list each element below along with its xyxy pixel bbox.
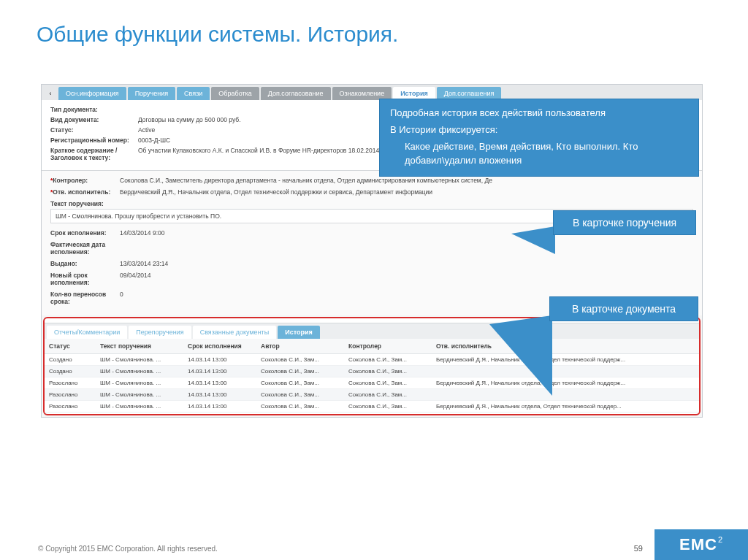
tab-processing[interactable]: Обработка bbox=[211, 87, 259, 100]
th-text[interactable]: Текст поручения bbox=[96, 339, 183, 354]
tab-approval[interactable]: Доп.согласование bbox=[261, 87, 331, 100]
table-cell: Создано bbox=[45, 354, 96, 366]
issued-value: 13/03/2014 23:14 bbox=[120, 260, 693, 267]
table-cell: ШМ - Смолянинова. ... bbox=[96, 389, 183, 401]
tab-main-info[interactable]: Осн.информация bbox=[58, 87, 126, 100]
table-cell: ШМ - Смолянинова. ... bbox=[96, 401, 183, 413]
tab-tasks[interactable]: Поручения bbox=[128, 87, 175, 100]
tab-bar: ‹ Осн.информация Поручения Связи Обработ… bbox=[42, 85, 702, 100]
table-cell: Бердичевский Д.Я., Начальник отдела, Отд… bbox=[432, 401, 699, 413]
table-cell: Соколова С.И., Зам... bbox=[256, 377, 344, 389]
table-cell: Соколова С.И., Зам... bbox=[256, 354, 344, 366]
table-cell: Бердичевский Д.Я., Начальник отдела, Отд… bbox=[432, 354, 699, 366]
table-cell: Разослано bbox=[45, 389, 96, 401]
table-cell: Создано bbox=[45, 366, 96, 377]
callout-main-line2: В Истории фиксируется: bbox=[390, 123, 688, 137]
subtab-reports[interactable]: Отчеты/Комментарии bbox=[47, 326, 127, 339]
table-row[interactable]: РазосланоШМ - Смолянинова. ...14.03.14 1… bbox=[45, 377, 699, 389]
th-author[interactable]: Автор bbox=[256, 339, 344, 354]
table-cell: Соколова С.И., Зам... bbox=[344, 389, 432, 401]
callout-task: В карточке поручения bbox=[553, 210, 696, 235]
table-cell: Разослано bbox=[45, 401, 96, 413]
table-cell: Соколова С.И., Зам... bbox=[256, 366, 344, 377]
callout-doc: В карточке документа bbox=[549, 296, 698, 321]
th-status[interactable]: Статус bbox=[45, 339, 96, 354]
table-cell: 14.03.14 13:00 bbox=[183, 389, 256, 401]
task-details: *Контролер: Соколова С.И., Заместитель д… bbox=[42, 170, 702, 315]
callout-task-tail bbox=[511, 226, 555, 254]
table-cell bbox=[432, 389, 699, 401]
tab-links[interactable]: Связи bbox=[177, 87, 210, 100]
th-executor[interactable]: Отв. исполнитель bbox=[432, 339, 699, 354]
table-cell: Соколова С.И., Зам... bbox=[344, 366, 432, 377]
table-cell: Бердичевский Д.Я., Начальник отдела, Отд… bbox=[432, 377, 699, 389]
task-text-label: Текст поручения: bbox=[50, 200, 120, 207]
slide-title: Общие функции системы. История. bbox=[0, 0, 748, 47]
table-cell: ШМ - Смолянинова. ... bbox=[96, 377, 183, 389]
status-value: Active bbox=[138, 126, 155, 134]
controller-value: Соколова С.И., Заместитель директора деп… bbox=[120, 177, 693, 184]
newdue-label: Новый срок исполнения: bbox=[50, 272, 120, 286]
regnum-value: 0003-Д-ШС bbox=[138, 137, 170, 144]
table-cell bbox=[432, 366, 699, 377]
sub-tab-bar: Отчеты/Комментарии Перепоручения Связанн… bbox=[45, 323, 699, 339]
executor-value: Бердичевский Д.Я., Начальник отдела, Отд… bbox=[120, 188, 693, 196]
due-label: Срок исполнения: bbox=[50, 229, 120, 237]
doc-type-label: Тип документа: bbox=[50, 106, 138, 113]
table-row[interactable]: СозданоШМ - Смолянинова. ...14.03.14 13:… bbox=[45, 366, 699, 377]
table-cell: 14.03.14 13:00 bbox=[183, 401, 256, 413]
table-cell: Соколова С.И., Зам... bbox=[344, 401, 432, 413]
actual-value bbox=[120, 241, 693, 256]
table-cell: 14.03.14 13:00 bbox=[183, 377, 256, 389]
table-cell: ШМ - Смолянинова. ... bbox=[96, 354, 183, 366]
subtab-delegations[interactable]: Перепоручения bbox=[129, 326, 191, 339]
actual-label: Фактическая дата исполнения: bbox=[50, 241, 120, 256]
page-number: 59 bbox=[634, 544, 654, 560]
newdue-value: 09/04/2014 bbox=[120, 272, 693, 286]
footer: © Copyright 2015 EMC Corporation. All ri… bbox=[0, 529, 748, 560]
th-due[interactable]: Срок исполнения bbox=[183, 339, 256, 354]
regnum-label: Регистрационный номер: bbox=[50, 137, 138, 144]
callout-doc-tail bbox=[489, 315, 552, 396]
subtab-history[interactable]: История bbox=[278, 326, 320, 339]
summary-label: Краткое содержание / Заголовок к тексту: bbox=[50, 147, 138, 161]
table-row[interactable]: СозданоШМ - Смолянинова. ...14.03.14 13:… bbox=[45, 354, 699, 366]
table-row[interactable]: РазосланоШМ - Смолянинова. ...14.03.14 1… bbox=[45, 389, 699, 401]
table-row[interactable]: РазосланоШМ - Смолянинова. ...14.03.14 1… bbox=[45, 401, 699, 413]
callout-main-line3: Какое действие, Время действия, Кто выпо… bbox=[390, 140, 688, 168]
table-header-row: Статус Текст поручения Срок исполнения А… bbox=[45, 339, 699, 354]
history-panel: Отчеты/Комментарии Перепоручения Связанн… bbox=[43, 317, 701, 415]
table-cell: Соколова С.И., Зам... bbox=[256, 401, 344, 413]
callout-main: Подробная история всех действий пользова… bbox=[379, 99, 699, 177]
table-cell: Соколова С.И., Зам... bbox=[344, 354, 432, 366]
history-table: Статус Текст поручения Срок исполнения А… bbox=[45, 339, 699, 413]
summary-value: Об участии Кулаковского А.К. и Спасской … bbox=[138, 147, 379, 161]
prev-tab-icon[interactable]: ‹ bbox=[44, 87, 57, 100]
emc-logo: EMC2 bbox=[654, 529, 748, 560]
table-cell: Соколова С.И., Зам... bbox=[344, 377, 432, 389]
table-cell: Разослано bbox=[45, 377, 96, 389]
status-label: Статус: bbox=[50, 126, 138, 134]
callout-main-line1: Подробная история всех действий пользова… bbox=[390, 107, 688, 120]
table-cell: ШМ - Смолянинова. ... bbox=[96, 366, 183, 377]
executor-label: *Отв. исполнитель: bbox=[50, 188, 120, 196]
subtab-related[interactable]: Связанные документы bbox=[193, 326, 277, 339]
table-cell: Соколова С.И., Зам... bbox=[256, 389, 344, 401]
issued-label: Выдано: bbox=[50, 260, 120, 267]
controller-label: *Контролер: bbox=[50, 177, 120, 184]
copyright: © Copyright 2015 EMC Corporation. All ri… bbox=[0, 545, 218, 560]
table-cell: 14.03.14 13:00 bbox=[183, 354, 256, 366]
doc-kind-label: Вид документа: bbox=[50, 116, 138, 123]
th-controller[interactable]: Контролер bbox=[344, 339, 432, 354]
moves-label: Кол-во переносов срока: bbox=[50, 291, 120, 305]
doc-kind-value: Договоры на сумму до 500 000 руб. bbox=[138, 116, 241, 123]
table-cell: 14.03.14 13:00 bbox=[183, 366, 256, 377]
